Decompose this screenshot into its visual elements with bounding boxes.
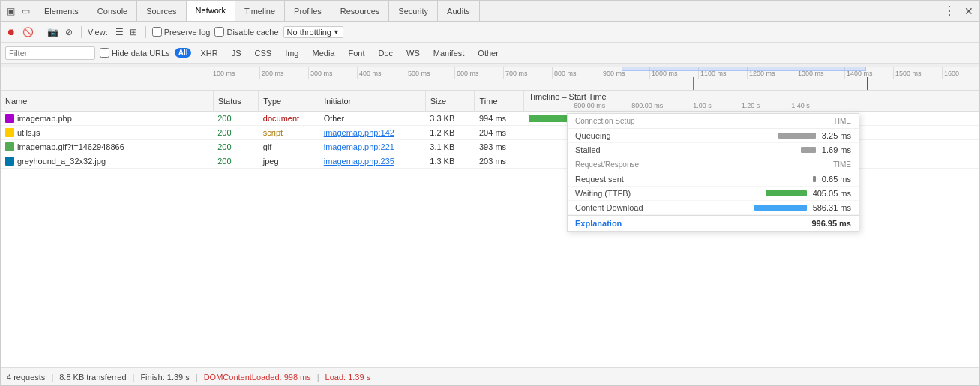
close-devtools-icon[interactable]: ✕ [961,5,976,17]
row-initiator[interactable]: imagemap.php:142 [319,126,426,140]
timing-tooltip: Connection Setup TIME Queueing 3.25 ms S… [567,113,859,232]
row-size: 1.3 KB [425,154,475,169]
tooltip-stalled-label: Stalled [575,145,601,154]
row-name-cell: greyhound_a_32x32.jpg [1,154,213,169]
filter-js-btn[interactable]: JS [227,48,246,58]
filter-media-btn[interactable]: Media [307,48,339,58]
row-status: 200 [213,126,259,140]
col-size[interactable]: Size [425,91,475,112]
filter-img-btn[interactable]: Img [280,48,303,58]
large-view-icon[interactable]: ⊞ [127,26,139,38]
tab-security[interactable]: Security [389,1,438,21]
timeline-ruler: 100 ms 200 ms 300 ms 400 ms 500 ms 600 m… [1,64,979,91]
initiator-link[interactable]: imagemap.php:142 [324,128,394,137]
filter-css-btn[interactable]: CSS [250,48,277,58]
camera-icon[interactable]: 📷 [46,26,58,38]
row-initiator[interactable]: imagemap.php:221 [319,140,426,154]
row-time: 203 ms [475,154,524,169]
tooltip-connection-label: Connection Setup [575,117,635,125]
tl-sub-2: 800.00 ms [631,102,663,109]
record-button[interactable]: ⏺ [5,26,17,38]
disable-cache-input[interactable] [214,27,224,37]
tooltip-reqresp-header: Request/Response TIME [568,157,859,172]
tab-network[interactable]: Network [187,1,235,21]
throttle-select[interactable]: No throttling ▼ [283,26,343,38]
toolbar-separator-2 [81,26,82,38]
hide-data-urls-checkbox[interactable]: Hide data URLs [100,48,170,58]
row-type: script [259,126,319,140]
tooltip-waiting-row: Waiting (TTFB) 405.05 ms [568,187,859,201]
filter-other-btn[interactable]: Other [473,48,503,58]
filter-icon[interactable]: ⊘ [63,26,75,38]
status-requests: 4 requests [7,373,45,382]
status-sep-4: | [317,373,319,382]
stop-recording-button[interactable]: 🚫 [22,26,34,38]
col-timeline[interactable]: Timeline – Start Time 600.00 ms 800.00 m… [524,91,979,112]
filter-doc-btn[interactable]: Doc [373,48,397,58]
view-label: View: [88,28,108,37]
device-icon[interactable]: ▭ [19,4,32,18]
tab-timeline[interactable]: Timeline [235,1,285,21]
timeline-col-label: Timeline – Start Time [529,92,607,101]
filter-input[interactable] [5,46,95,60]
row-type: document [259,112,319,126]
filter-xhr-btn[interactable]: XHR [196,48,222,58]
col-name[interactable]: Name [1,91,213,112]
col-time[interactable]: Time [475,91,524,112]
tooltip-stalled-row: Stalled 1.69 ms [568,143,859,157]
tab-bar-right: ⋮ ✕ [940,4,976,18]
list-view-icon[interactable]: ☰ [114,26,126,38]
col-type[interactable]: Type [259,91,319,112]
tl-sub-1: 600.00 ms [574,102,605,109]
tab-audits[interactable]: Audits [438,1,480,21]
status-finish: Finish: 1.39 s [140,373,189,382]
col-initiator[interactable]: Initiator [319,91,426,112]
col-status[interactable]: Status [213,91,259,112]
view-icons: ☰ ⊞ [114,26,139,38]
filter-font-btn[interactable]: Font [343,48,369,58]
tooltip-waiting-label: Waiting (TTFB) [575,189,631,198]
more-options-icon[interactable]: ⋮ [940,4,958,18]
tl-sub-5: 1.40 s [791,102,810,109]
load-marker [867,77,868,91]
toolbar-separator-1 [40,26,40,38]
disable-cache-label: Disable cache [226,28,278,37]
hide-data-urls-input[interactable] [100,48,109,58]
initiator-link[interactable]: imagemap.php:235 [324,157,394,166]
tooltip-content-download-label: Content Download [575,203,643,212]
tab-elements[interactable]: Elements [35,1,88,21]
devtools-window: ▣ ▭ Elements Console Sources Network Tim… [0,0,980,386]
row-initiator[interactable]: imagemap.php:235 [319,154,426,169]
inspect-icon[interactable]: ▣ [4,4,17,18]
waiting-bar [766,190,807,196]
tab-profiles[interactable]: Profiles [285,1,331,21]
row-size: 3.3 KB [425,112,475,126]
row-type: jpeg [259,154,319,169]
initiator-link[interactable]: imagemap.php:221 [324,142,394,151]
filter-all-badge[interactable]: All [175,48,192,58]
tab-resources[interactable]: Resources [331,1,390,21]
filter-manifest-btn[interactable]: Manifest [429,48,469,58]
file-name: imagemap.php [17,114,72,123]
disable-cache-checkbox[interactable]: Disable cache [214,27,278,37]
row-status: 200 [213,140,259,154]
throttle-dropdown-icon: ▼ [333,28,340,36]
status-bar: 4 requests | 8.8 KB transferred | Finish… [1,367,979,385]
table-area: Name Status Type Initiator Size Time Tim… [1,91,979,369]
file-type-icon [5,128,14,137]
file-name: greyhound_a_32x32.jpg [17,157,106,166]
tooltip-explanation-link[interactable]: Explanation [575,219,622,228]
status-sep-1: | [51,373,53,382]
tooltip-queueing-label: Queueing [575,131,611,140]
row-time: 204 ms [475,126,524,140]
filter-bar: Hide data URLs All XHR JS CSS Img Media … [1,43,979,64]
tooltip-request-sent-row: Request sent 0.65 ms [568,172,859,187]
tab-sources[interactable]: Sources [137,1,186,21]
preserve-log-checkbox[interactable]: Preserve log [152,27,211,37]
tab-console[interactable]: Console [88,1,137,21]
row-time: 994 ms [475,112,524,126]
filter-ws-btn[interactable]: WS [402,48,424,58]
file-type-icon [5,142,14,151]
file-name: imagemap.gif?t=1462948866 [17,142,124,151]
preserve-log-input[interactable] [152,27,162,37]
